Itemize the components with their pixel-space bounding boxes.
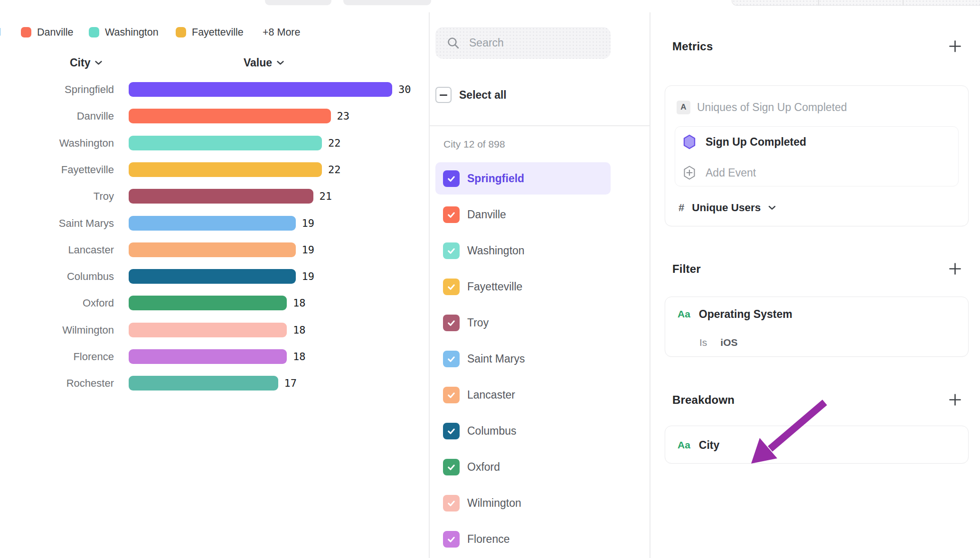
event-name: Sign Up Completed [706,136,806,149]
panel-divider [650,12,650,558]
checkbox-checked[interactable] [443,170,460,187]
city-option-oxford[interactable]: Oxford [435,451,611,483]
checkbox-checked[interactable] [443,279,460,295]
breakdown-property-name: City [699,439,719,452]
check-icon [446,426,456,436]
checkbox-checked[interactable] [443,315,460,331]
city-option-label: Saint Marys [467,353,525,365]
chart-row-rochester: Rochester17 [0,376,429,391]
checkbox-checked[interactable] [443,242,460,259]
search-input[interactable] [468,36,589,50]
chart-row-saint-marys: Saint Marys19 [0,216,429,231]
city-option-florence[interactable]: Florence [435,523,611,555]
city-option-danville[interactable]: Danville [435,198,611,231]
filter-value[interactable]: iOS [720,337,737,348]
bar[interactable] [129,216,296,231]
breakdown-property-row[interactable]: Aa City [678,436,719,455]
city-option-fayetteville[interactable]: Fayetteville [435,270,611,303]
city-option-lancaster[interactable]: Lancaster [435,379,611,411]
add-filter-button[interactable] [948,261,962,276]
bar-category-label: Fayetteville [0,162,114,177]
breakdown-card: Aa City [665,426,969,464]
checkbox-checked[interactable] [443,531,460,548]
chart-type-segmented-control[interactable] [732,0,980,6]
bar-category-label: Springfield [0,82,114,97]
bar[interactable] [129,162,322,177]
bar[interactable] [129,376,278,391]
checkbox-checked[interactable] [443,351,460,367]
add-metric-button[interactable] [948,39,962,53]
filter-operator[interactable]: Is [699,337,707,348]
bar-category-label: Danville [0,109,114,123]
city-option-columbus[interactable]: Columbus [435,415,611,447]
bar[interactable] [129,323,287,337]
chart-row-florence: Florence18 [0,349,429,364]
filter-property-row[interactable]: Aa Operating System [678,305,792,324]
city-option-label: Columbus [467,425,517,437]
add-event-hexagon-icon [683,165,696,180]
check-icon [446,210,456,220]
bar-value-label: 18 [293,349,306,364]
bar-value-label: 17 [284,376,297,391]
add-breakdown-button[interactable] [948,392,962,407]
city-option-saint-marys[interactable]: Saint Marys [435,343,611,375]
city-option-label: Washington [467,244,525,257]
city-option-troy[interactable]: Troy [435,307,611,339]
city-option-label: Florence [467,533,509,546]
bar[interactable] [129,296,287,310]
bar-category-label: Columbus [0,269,114,284]
segment-divider [818,0,819,5]
checkbox-checked[interactable] [443,459,460,475]
check-icon [446,534,456,544]
bar[interactable] [129,269,296,284]
bar-chart: Springfield30Danville23Washington22Fayet… [0,0,429,558]
bar[interactable] [129,109,331,123]
check-icon [446,282,456,292]
check-icon [446,246,456,256]
divider [429,125,650,126]
bar[interactable] [129,242,296,257]
bar[interactable] [129,349,287,364]
bar-value-label: 19 [302,242,315,257]
check-icon [446,462,456,472]
bar-category-label: Florence [0,349,114,364]
city-option-washington[interactable]: Washington [435,234,611,267]
event-block: Sign Up Completed Add Event [675,126,959,186]
chart-row-fayetteville: Fayetteville22 [0,162,429,177]
bar-category-label: Rochester [0,376,114,391]
select-all-label: Select all [459,89,507,102]
bar-value-label: 22 [328,162,341,177]
select-all-checkbox-indeterminate[interactable] [435,87,452,103]
event-hexagon-icon [683,134,696,149]
event-row[interactable]: Sign Up Completed [683,130,806,153]
city-option-wilmington[interactable]: Wilmington [435,487,611,519]
chart-row-springfield: Springfield30 [0,82,429,97]
city-option-springfield[interactable]: Springfield [435,162,611,195]
check-icon [446,498,456,508]
metric-card: A Uniques of Sign Up Completed Sign Up C… [665,85,969,226]
select-all-row[interactable]: Select all [435,84,507,106]
bar-value-label: 23 [337,109,350,123]
bar[interactable] [129,189,313,204]
city-option-label: Oxford [467,461,500,474]
city-option-label: Troy [467,316,489,329]
filter-condition-row[interactable]: Is iOS [699,335,738,350]
check-icon [446,318,456,328]
metric-title-row[interactable]: A Uniques of Sign Up Completed [677,99,847,115]
bar-category-label: Wilmington [0,323,114,337]
checkbox-checked[interactable] [443,423,460,439]
check-icon [446,174,456,184]
measure-selector[interactable]: # Unique Users [678,200,776,216]
checkbox-checked[interactable] [443,206,460,223]
metrics-section-title: Metrics [672,40,713,53]
search-box[interactable] [435,27,611,59]
bar[interactable] [129,136,322,150]
checkbox-checked[interactable] [443,387,460,403]
add-event-row[interactable]: Add Event [683,161,756,184]
measure-label: Unique Users [692,202,761,214]
checkbox-checked[interactable] [443,495,460,512]
bar-value-label: 21 [320,189,332,204]
filter-property-name: Operating System [699,308,792,321]
metric-letter-badge: A [677,101,690,114]
bar[interactable] [129,82,392,97]
